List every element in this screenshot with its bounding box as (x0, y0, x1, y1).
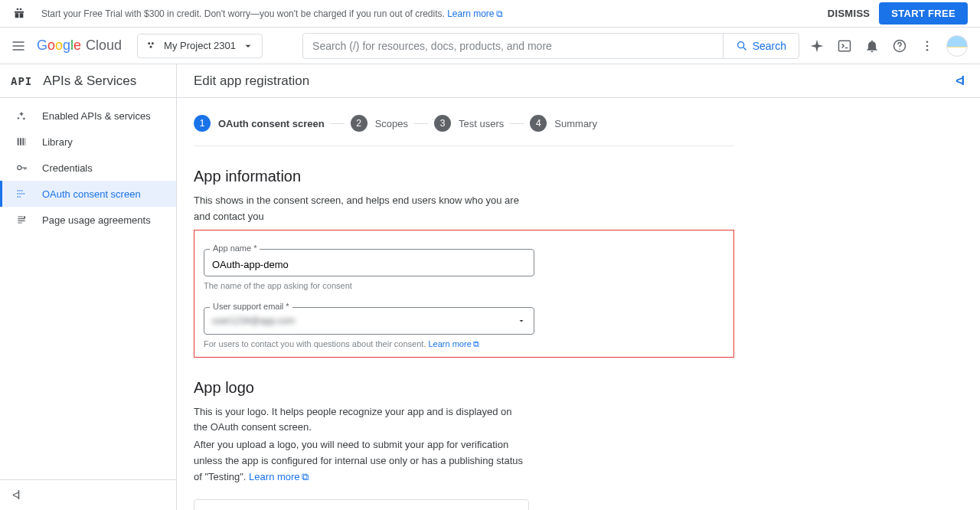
svg-point-2 (150, 45, 152, 47)
step-separator (510, 123, 524, 124)
sidebar-item-label: Enabled APIs & services (42, 110, 151, 122)
svg-point-10 (24, 216, 26, 218)
app-logo-desc2: After you upload a logo, you will need t… (194, 437, 523, 485)
project-selector[interactable]: My Project 2301 (137, 34, 263, 58)
support-email-select[interactable]: user1234@app.com (204, 307, 534, 335)
page-title-row: Edit app registration <I (177, 64, 980, 98)
cloud-shell-icon[interactable] (836, 38, 853, 54)
search-bar: Search (302, 33, 799, 59)
svg-point-7 (926, 44, 929, 47)
free-trial-banner: Start your Free Trial with $300 in credi… (0, 0, 980, 28)
header: Google Cloud My Project 2301 Search (0, 28, 980, 64)
library-icon (15, 135, 28, 149)
support-email-field-wrapper: User support email * user1234@app.com Fo… (204, 307, 724, 349)
sidebar-item-label: Page usage agreements (42, 214, 151, 226)
app-information-desc: This shows in the consent screen, and he… (194, 193, 523, 225)
collapse-panel-button[interactable]: <I (956, 74, 963, 88)
logo-learn-more-link[interactable]: Learn more⧉ (249, 471, 308, 482)
step-separator (331, 123, 345, 124)
gift-icon (12, 7, 26, 21)
search-input[interactable] (303, 40, 723, 52)
svg-point-3 (737, 41, 743, 47)
oauth-consent-icon (15, 187, 28, 201)
sidebar-item-library[interactable]: Library (0, 129, 176, 155)
banner-text: Start your Free Trial with $300 in credi… (41, 8, 828, 19)
svg-point-6 (926, 41, 929, 43)
step-oauth-consent[interactable]: 1 OAuth consent screen (194, 115, 325, 132)
menu-icon[interactable] (9, 37, 28, 55)
sidebar-title: API APIs & Services (0, 64, 176, 98)
sidebar-item-oauth-consent[interactable]: OAuth consent screen (0, 181, 176, 207)
step-test-users[interactable]: 3 Test users (434, 115, 504, 132)
app-logo-desc1: This is your logo. It helps people recog… (194, 404, 523, 436)
stepper: 1 OAuth consent screen 2 Scopes 3 Test u… (194, 110, 734, 146)
step-separator (414, 123, 428, 124)
dismiss-button[interactable]: DISMISS (828, 8, 871, 19)
app-information-heading: App information (194, 168, 734, 185)
gemini-icon[interactable] (808, 38, 825, 54)
avatar[interactable] (946, 35, 968, 57)
chevron-down-icon (517, 316, 526, 325)
search-button[interactable]: Search (723, 34, 799, 58)
sidebar-item-enabled-apis[interactable]: Enabled APIs & services (0, 103, 176, 129)
svg-point-0 (148, 42, 150, 44)
notifications-icon[interactable] (864, 38, 880, 54)
svg-point-9 (18, 165, 21, 169)
api-logo-icon: API (11, 75, 32, 87)
enabled-apis-icon (15, 109, 28, 123)
logo-upload-field[interactable]: Logo file to upload BROWSE (194, 499, 529, 510)
support-email-value: user1234@app.com (212, 315, 295, 326)
support-learn-more-link[interactable]: Learn more⧉ (429, 339, 479, 348)
google-cloud-logo[interactable]: Google Cloud (37, 38, 122, 54)
support-email-hint: For users to contact you with questions … (204, 339, 724, 349)
support-email-label: User support email * (210, 302, 292, 311)
start-free-button[interactable]: START FREE (879, 2, 968, 25)
svg-point-1 (152, 42, 154, 44)
sidebar-item-label: OAuth consent screen (42, 188, 141, 200)
more-icon[interactable] (919, 38, 936, 54)
app-name-field-wrapper: App name * The name of the app asking fo… (204, 249, 724, 290)
app-name-hint: The name of the app asking for consent (204, 281, 724, 290)
sidebar: API APIs & Services Enabled APIs & servi… (0, 64, 177, 510)
credentials-icon (15, 161, 28, 175)
app-name-label: App name * (210, 244, 260, 253)
sidebar-item-label: Library (42, 136, 73, 148)
step-summary[interactable]: 4 Summary (530, 115, 597, 132)
page-title: Edit app registration (194, 74, 956, 89)
help-icon[interactable] (891, 38, 908, 54)
sidebar-item-credentials[interactable]: Credentials (0, 155, 176, 181)
banner-learn-more-link[interactable]: Learn more⧉ (447, 8, 502, 19)
project-name: My Project 2301 (164, 40, 236, 51)
app-logo-heading: App logo (194, 379, 734, 397)
page-usage-icon (15, 213, 28, 227)
svg-point-8 (926, 48, 929, 51)
step-scopes[interactable]: 2 Scopes (351, 115, 408, 132)
sidebar-collapse-button[interactable]: <I (0, 479, 176, 510)
highlighted-frame: App name * The name of the app asking fo… (194, 230, 734, 358)
sidebar-item-label: Credentials (42, 162, 93, 174)
sidebar-item-page-usage[interactable]: Page usage agreements (0, 207, 176, 233)
chevron-down-icon (242, 40, 254, 52)
app-name-input[interactable] (204, 249, 534, 276)
